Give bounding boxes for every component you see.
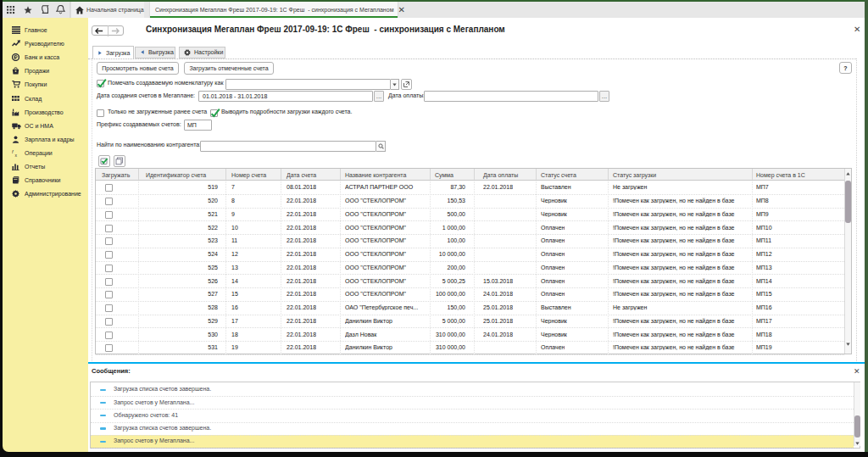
svg-text:f: f <box>12 149 14 154</box>
svg-text:x: x <box>14 152 17 156</box>
